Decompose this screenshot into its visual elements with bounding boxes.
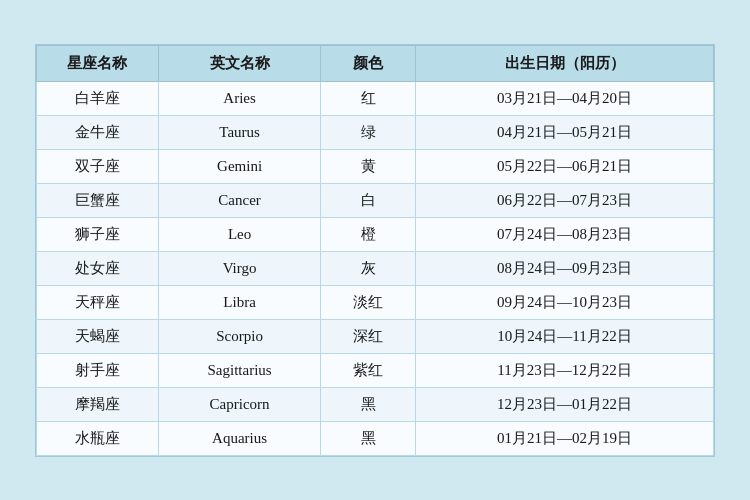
cell-color: 灰 xyxy=(321,251,416,285)
cell-color: 淡红 xyxy=(321,285,416,319)
table-row: 巨蟹座Cancer白06月22日—07月23日 xyxy=(37,183,714,217)
cell-english: Aquarius xyxy=(158,421,320,455)
cell-date: 08月24日—09月23日 xyxy=(416,251,714,285)
cell-date: 10月24日—11月22日 xyxy=(416,319,714,353)
table-row: 双子座Gemini黄05月22日—06月21日 xyxy=(37,149,714,183)
cell-color: 橙 xyxy=(321,217,416,251)
cell-color: 红 xyxy=(321,81,416,115)
table-row: 天蝎座Scorpio深红10月24日—11月22日 xyxy=(37,319,714,353)
cell-date: 04月21日—05月21日 xyxy=(416,115,714,149)
cell-english: Taurus xyxy=(158,115,320,149)
cell-chinese: 天蝎座 xyxy=(37,319,159,353)
table-row: 金牛座Taurus绿04月21日—05月21日 xyxy=(37,115,714,149)
cell-color: 黑 xyxy=(321,387,416,421)
header-chinese: 星座名称 xyxy=(37,45,159,81)
cell-chinese: 射手座 xyxy=(37,353,159,387)
table-row: 摩羯座Capricorn黑12月23日—01月22日 xyxy=(37,387,714,421)
cell-english: Gemini xyxy=(158,149,320,183)
cell-english: Aries xyxy=(158,81,320,115)
cell-chinese: 白羊座 xyxy=(37,81,159,115)
cell-date: 06月22日—07月23日 xyxy=(416,183,714,217)
cell-chinese: 狮子座 xyxy=(37,217,159,251)
cell-english: Capricorn xyxy=(158,387,320,421)
cell-date: 01月21日—02月19日 xyxy=(416,421,714,455)
cell-color: 白 xyxy=(321,183,416,217)
zodiac-table: 星座名称 英文名称 颜色 出生日期（阳历） 白羊座Aries红03月21日—04… xyxy=(36,45,714,456)
table-header-row: 星座名称 英文名称 颜色 出生日期（阳历） xyxy=(37,45,714,81)
cell-chinese: 双子座 xyxy=(37,149,159,183)
header-date: 出生日期（阳历） xyxy=(416,45,714,81)
zodiac-table-container: 星座名称 英文名称 颜色 出生日期（阳历） 白羊座Aries红03月21日—04… xyxy=(35,44,715,457)
table-row: 水瓶座Aquarius黑01月21日—02月19日 xyxy=(37,421,714,455)
table-body: 白羊座Aries红03月21日—04月20日金牛座Taurus绿04月21日—0… xyxy=(37,81,714,455)
cell-color: 黑 xyxy=(321,421,416,455)
cell-date: 07月24日—08月23日 xyxy=(416,217,714,251)
cell-english: Leo xyxy=(158,217,320,251)
cell-chinese: 摩羯座 xyxy=(37,387,159,421)
table-row: 处女座Virgo灰08月24日—09月23日 xyxy=(37,251,714,285)
cell-english: Libra xyxy=(158,285,320,319)
cell-chinese: 天秤座 xyxy=(37,285,159,319)
cell-color: 绿 xyxy=(321,115,416,149)
header-english: 英文名称 xyxy=(158,45,320,81)
cell-chinese: 处女座 xyxy=(37,251,159,285)
cell-english: Sagittarius xyxy=(158,353,320,387)
cell-english: Scorpio xyxy=(158,319,320,353)
table-row: 射手座Sagittarius紫红11月23日—12月22日 xyxy=(37,353,714,387)
cell-date: 05月22日—06月21日 xyxy=(416,149,714,183)
cell-english: Virgo xyxy=(158,251,320,285)
cell-date: 11月23日—12月22日 xyxy=(416,353,714,387)
table-row: 狮子座Leo橙07月24日—08月23日 xyxy=(37,217,714,251)
table-row: 白羊座Aries红03月21日—04月20日 xyxy=(37,81,714,115)
cell-date: 12月23日—01月22日 xyxy=(416,387,714,421)
header-color: 颜色 xyxy=(321,45,416,81)
cell-date: 09月24日—10月23日 xyxy=(416,285,714,319)
cell-date: 03月21日—04月20日 xyxy=(416,81,714,115)
cell-color: 黄 xyxy=(321,149,416,183)
cell-chinese: 金牛座 xyxy=(37,115,159,149)
cell-color: 紫红 xyxy=(321,353,416,387)
cell-english: Cancer xyxy=(158,183,320,217)
table-row: 天秤座Libra淡红09月24日—10月23日 xyxy=(37,285,714,319)
cell-chinese: 巨蟹座 xyxy=(37,183,159,217)
cell-chinese: 水瓶座 xyxy=(37,421,159,455)
cell-color: 深红 xyxy=(321,319,416,353)
